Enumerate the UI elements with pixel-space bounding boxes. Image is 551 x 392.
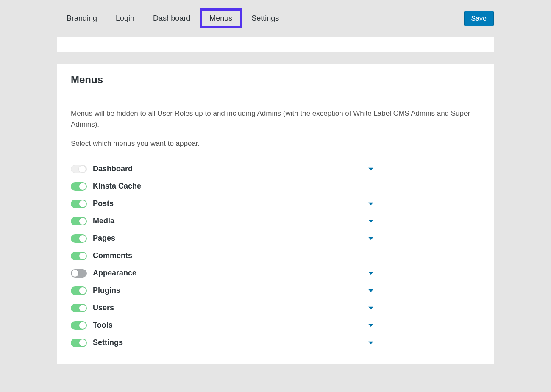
menu-row: Kinsta Cache	[71, 178, 376, 195]
topbar: Branding Login Dashboard Menus Settings …	[57, 0, 494, 37]
menu-row: Users	[71, 299, 376, 317]
chevron-down-icon[interactable]	[366, 234, 376, 243]
menu-list: DashboardKinsta CachePostsMediaPagesComm…	[71, 160, 480, 351]
menu-toggle[interactable]	[71, 269, 87, 278]
menu-row: Appearance	[71, 264, 376, 282]
menu-toggle[interactable]	[71, 182, 87, 191]
tab-dashboard[interactable]: Dashboard	[144, 9, 200, 28]
menu-toggle[interactable]	[71, 304, 87, 312]
menu-label: Kinsta Cache	[93, 182, 376, 191]
upper-card-edge	[57, 37, 494, 52]
menu-label: Plugins	[93, 286, 360, 295]
menu-label: Users	[93, 303, 360, 312]
menu-row: Tools	[71, 317, 376, 334]
chevron-down-icon[interactable]	[366, 321, 376, 330]
menu-toggle[interactable]	[71, 286, 87, 295]
chevron-down-icon[interactable]	[366, 304, 376, 312]
chevron-down-icon[interactable]	[366, 200, 376, 208]
save-button[interactable]: Save	[464, 11, 494, 26]
menu-row: Settings	[71, 334, 376, 351]
tab-branding[interactable]: Branding	[57, 9, 106, 28]
tab-settings[interactable]: Settings	[242, 9, 288, 28]
menu-toggle[interactable]	[71, 321, 87, 330]
menu-row: Plugins	[71, 282, 376, 299]
tab-login[interactable]: Login	[106, 9, 144, 28]
menu-row: Pages	[71, 230, 376, 247]
menu-label: Appearance	[93, 269, 360, 278]
menu-row: Posts	[71, 195, 376, 212]
panel-description-2: Select which menus you want to appear.	[71, 138, 480, 149]
chevron-down-icon[interactable]	[366, 217, 376, 225]
menu-label: Posts	[93, 199, 360, 208]
menu-toggle[interactable]	[71, 217, 87, 225]
menu-row: Dashboard	[71, 160, 376, 178]
menu-toggle[interactable]	[71, 165, 87, 173]
menu-label: Tools	[93, 321, 360, 330]
tabs: Branding Login Dashboard Menus Settings	[57, 8, 288, 28]
menu-toggle[interactable]	[71, 234, 87, 243]
menu-label: Settings	[93, 338, 360, 347]
chevron-down-icon[interactable]	[366, 165, 376, 173]
menu-row: Media	[71, 212, 376, 230]
menu-label: Comments	[93, 251, 376, 260]
panel-description-1: Menus will be hidden to all User Roles u…	[71, 108, 480, 131]
tab-menus[interactable]: Menus	[200, 8, 242, 28]
menu-label: Pages	[93, 234, 360, 243]
chevron-down-icon[interactable]	[366, 286, 376, 295]
menu-label: Media	[93, 217, 360, 225]
menu-label: Dashboard	[93, 164, 360, 173]
panel-title: Menus	[71, 74, 480, 86]
menu-toggle[interactable]	[71, 339, 87, 347]
panel-header: Menus	[57, 64, 494, 95]
chevron-down-icon[interactable]	[366, 339, 376, 347]
chevron-down-icon[interactable]	[366, 269, 376, 278]
menu-toggle[interactable]	[71, 252, 87, 260]
menu-toggle[interactable]	[71, 200, 87, 208]
menus-panel: Menus Menus will be hidden to all User R…	[57, 64, 494, 364]
menu-row: Comments	[71, 247, 376, 264]
